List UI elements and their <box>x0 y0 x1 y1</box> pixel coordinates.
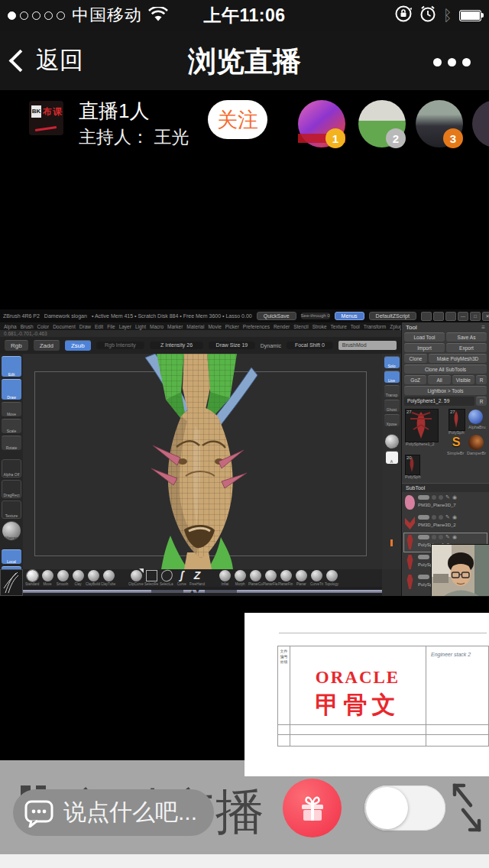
lightbox-tools-button[interactable]: Lightbox > Tools <box>404 386 487 395</box>
clone-all-subtools-button[interactable]: Clone All SubTools <box>404 364 487 374</box>
z-intensity-slider[interactable]: Z Intensity 26 <box>150 342 203 349</box>
goz-all-button[interactable]: All <box>428 375 450 384</box>
brush-thumbnail[interactable]: Inflat <box>217 570 232 586</box>
more-options-button[interactable] <box>433 58 471 66</box>
brush-thumbnail[interactable]: Move <box>40 570 55 586</box>
left-toolbar-button[interactable]: Matcap <box>2 521 21 540</box>
brush-thumbnail[interactable]: ClayBuild <box>86 570 101 586</box>
menu-item[interactable]: Tool <box>351 324 360 329</box>
zsub-mode-button[interactable]: Zsub <box>65 340 91 351</box>
brush-thumbnail[interactable]: Standard <box>24 570 40 586</box>
brush-thumbnail[interactable]: Clay <box>70 570 86 586</box>
draw-size-slider[interactable]: Draw Size 19 <box>209 342 255 349</box>
menu-item[interactable]: Stroke <box>313 324 327 329</box>
eye-icon[interactable]: ◉ <box>452 515 457 520</box>
menu-item[interactable]: Stencil <box>293 324 309 329</box>
menus-button[interactable]: Menus <box>335 312 364 320</box>
fullscreen-expand-icon[interactable] <box>449 781 484 833</box>
brush-thumbnail[interactable]: SelectLa <box>159 570 174 586</box>
tool-thumbnail[interactable]: 27 <box>449 409 465 431</box>
rgb-mode-button[interactable]: Rgb <box>5 340 28 351</box>
menu-item[interactable]: File <box>107 324 115 329</box>
eye-icon[interactable]: ◉ <box>452 495 457 500</box>
left-toolbar-button[interactable]: Local <box>2 549 21 564</box>
visibility-toggle[interactable] <box>418 575 429 579</box>
toggle-dot[interactable] <box>439 495 443 500</box>
menu-item[interactable]: Macro <box>150 324 164 329</box>
zbrush-canvas[interactable] <box>23 354 382 569</box>
menu-item[interactable]: Transform <box>364 324 386 329</box>
gift-button[interactable] <box>283 779 342 837</box>
mini-toolbar-button[interactable]: Live <box>384 371 400 383</box>
mini-toolbar-button[interactable]: Solo <box>384 356 400 368</box>
make-polymesh3d-button[interactable]: Make PolyMesh3D <box>429 354 487 363</box>
subtool-controls[interactable]: ✎ ◉ <box>418 494 487 501</box>
pencil-icon[interactable]: ✎ <box>445 515 450 520</box>
tool-thumbnail[interactable]: 20 <box>405 455 420 475</box>
tool-r-button[interactable]: R <box>476 397 487 406</box>
r-button[interactable]: R <box>476 375 487 384</box>
subtool-controls[interactable]: ✎ ◉ <box>418 533 487 541</box>
brush-thumbnail[interactable]: PlanarFla <box>263 570 278 586</box>
import-button[interactable]: Import <box>404 343 445 352</box>
lock-icon[interactable] <box>445 312 456 321</box>
subtool-controls[interactable]: ✎ ◉ <box>418 513 487 521</box>
save-as-button[interactable]: Save As <box>446 332 487 342</box>
menu-item[interactable]: Layer <box>119 324 131 329</box>
visibility-toggle[interactable] <box>418 515 429 520</box>
mini-toolbar-button[interactable] <box>385 434 399 449</box>
mini-toolbar-button[interactable]: Xpose <box>384 414 400 426</box>
brush-thumbnail[interactable]: Topology <box>324 570 339 586</box>
menu-item[interactable]: Color <box>37 324 50 329</box>
menu-item[interactable]: Draw <box>79 324 91 329</box>
subtool-item[interactable]: ✎ ◉ PM3D_Plane3D_7 <box>404 494 487 512</box>
quicksave-button[interactable]: QuickSave <box>257 312 296 320</box>
clone-button[interactable]: Clone <box>404 354 427 363</box>
damper-brush-thumbnail[interactable] <box>468 435 484 450</box>
active-tool-slider[interactable]: PolySphere1_2. 59 <box>404 397 474 406</box>
subtool-item[interactable]: ✎ ◉ PM3D_Plane3D_2 <box>404 513 487 532</box>
menu-item[interactable]: Material <box>186 324 204 329</box>
alpha-brush-thumbnail[interactable] <box>468 410 483 424</box>
toggle-dot[interactable] <box>439 535 443 539</box>
layout2-button[interactable] <box>433 312 444 321</box>
brushmod-field[interactable]: BrushMod <box>338 341 397 350</box>
viewer-avatar[interactable]: 3 <box>416 100 463 147</box>
canvas-scrollbar[interactable]: ▲▼ <box>23 587 382 596</box>
menu-item[interactable]: Marker <box>167 324 183 329</box>
presenter-webcam[interactable] <box>432 545 489 596</box>
pencil-icon[interactable]: ✎ <box>445 535 450 539</box>
brush-thumbnail[interactable]: SelectRe <box>144 570 159 586</box>
visibility-toggle[interactable] <box>418 535 429 539</box>
tool-panel-header[interactable]: Tool ≡ <box>402 322 489 332</box>
goz-button[interactable]: GoZ <box>404 375 426 384</box>
brush-thumbnail[interactable]: Planar <box>293 570 309 586</box>
visibility-toggle[interactable] <box>418 555 429 559</box>
stream-toggle-switch[interactable] <box>364 785 445 831</box>
toggle-dot[interactable] <box>439 515 443 520</box>
left-toolbar-button[interactable]: Edit <box>2 356 21 377</box>
brush-thumbnail[interactable]: ClayTube <box>101 570 116 586</box>
active-tool-thumbnail[interactable]: 27 <box>405 409 439 442</box>
export-button[interactable]: Export <box>446 343 487 352</box>
seethrough-slider[interactable]: See-through 0 <box>301 313 330 319</box>
brush-thumbnail[interactable]: PlanarFin <box>278 570 293 586</box>
stroke-preview-thumbnail[interactable] <box>0 569 23 596</box>
brush-thumbnail[interactable]: Z FreeHand <box>189 570 205 586</box>
load-tool-button[interactable]: Load Tool <box>404 332 445 342</box>
menu-item[interactable]: Render <box>274 324 290 329</box>
mini-toolbar-button[interactable]: A <box>386 451 398 464</box>
chat-input[interactable]: 说点什么吧... <box>13 789 214 836</box>
menu-item[interactable]: Preferences <box>243 324 270 329</box>
eye-icon[interactable]: ◉ <box>452 535 457 539</box>
viewer-avatar[interactable]: 2 <box>358 100 406 147</box>
layout-button[interactable] <box>421 312 432 321</box>
follow-button[interactable]: 关注 <box>208 100 267 139</box>
toggle-dot[interactable] <box>432 495 436 500</box>
brush-thumbnail[interactable]: ʃ Curve <box>174 570 189 586</box>
restore-button[interactable]: □ <box>470 312 481 321</box>
mini-toolbar-button[interactable]: Ghost <box>384 400 400 412</box>
viewer-avatar[interactable]: 1 <box>298 100 345 147</box>
defaultzscript-button[interactable]: DefaultZScript <box>369 312 416 320</box>
menu-item[interactable]: Document <box>53 324 76 329</box>
